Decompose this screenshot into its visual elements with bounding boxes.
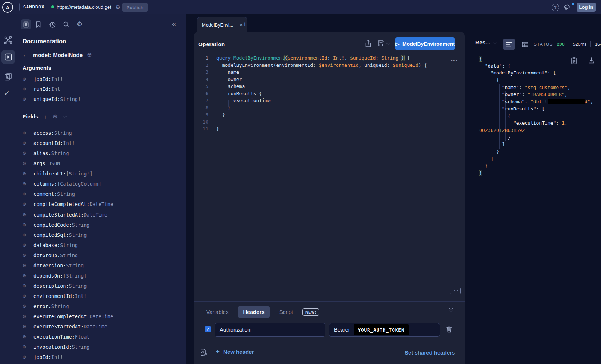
- field-row[interactable]: ⊕database: String: [23, 240, 113, 250]
- breadcrumb-type[interactable]: ModelNode: [53, 52, 83, 58]
- share-icon[interactable]: [365, 39, 372, 48]
- add-field-icon[interactable]: ⊕: [87, 52, 92, 58]
- add-field-icon[interactable]: ⊕: [23, 150, 33, 156]
- search-icon[interactable]: [63, 21, 70, 28]
- add-field-icon[interactable]: ⊕: [23, 334, 33, 340]
- add-field-icon[interactable]: ⊕: [23, 232, 33, 238]
- field-row[interactable]: ⊕dbtVersion: String: [23, 260, 113, 271]
- add-field-icon[interactable]: ⊕: [23, 344, 33, 350]
- add-field-icon[interactable]: ⊕: [23, 130, 33, 136]
- explorer-nav-item[interactable]: [1, 50, 15, 64]
- add-field-icon[interactable]: ⊕: [23, 140, 33, 146]
- add-field-icon[interactable]: ⊕: [23, 191, 33, 197]
- add-field-icon[interactable]: ⊕: [23, 161, 33, 166]
- close-tab-icon[interactable]: ×: [240, 22, 243, 28]
- collapse-bottom-panel-icon[interactable]: [450, 307, 452, 312]
- sort-fields-icon[interactable]: ↓: [44, 113, 47, 120]
- tab-variables[interactable]: Variables: [206, 309, 228, 315]
- field-row[interactable]: ⊕alias: String: [23, 148, 113, 158]
- tab-headers[interactable]: Headers: [238, 306, 269, 318]
- operation-tab[interactable]: ModelByEnvi... ×: [197, 17, 247, 32]
- add-field-icon[interactable]: ⊕: [23, 212, 33, 218]
- endpoint-url[interactable]: https://metadata.cloud.get: [57, 4, 113, 10]
- checks-nav-icon[interactable]: ✓: [4, 89, 10, 97]
- help-icon[interactable]: ?: [552, 4, 559, 11]
- add-field-icon[interactable]: ⊕: [23, 293, 33, 299]
- set-shared-headers-button[interactable]: Set shared headers: [405, 349, 455, 356]
- add-field-icon[interactable]: ⊕: [23, 96, 33, 102]
- changelog-nav-icon[interactable]: [4, 72, 13, 81]
- field-row[interactable]: ⊕args: JSON: [23, 158, 113, 169]
- login-button[interactable]: Log in: [577, 3, 596, 12]
- header-value-input[interactable]: Bearer YOUR_AUTH_TOKEN: [329, 323, 440, 337]
- add-field-icon[interactable]: ⊕: [23, 171, 33, 177]
- save-icon[interactable]: [377, 40, 385, 47]
- argument-row[interactable]: ⊕jobId: Int!: [23, 74, 81, 84]
- add-all-fields-icon[interactable]: ⊕: [53, 114, 57, 120]
- add-field-icon[interactable]: ⊕: [23, 324, 33, 329]
- add-field-icon[interactable]: ⊕: [23, 273, 33, 279]
- field-row[interactable]: ⊕access: String: [23, 128, 113, 138]
- schema-graph-icon[interactable]: [4, 36, 13, 45]
- environment-variables-icon[interactable]: [200, 348, 207, 356]
- field-row[interactable]: ⊕compiledSql: String: [23, 230, 113, 240]
- header-key-input[interactable]: Authorization: [215, 323, 325, 337]
- field-row[interactable]: ⊕columns: [CatalogColumn]: [23, 179, 113, 189]
- new-tab-button[interactable]: +: [243, 20, 247, 28]
- tab-script[interactable]: Script: [279, 309, 293, 315]
- endpoint-url-input[interactable]: https://metadata.cloud.get ⚙: [48, 3, 124, 11]
- add-field-icon[interactable]: ⊕: [23, 314, 33, 319]
- add-field-icon[interactable]: ⊕: [23, 181, 33, 187]
- field-row[interactable]: ⊕jobId: Int!: [23, 352, 113, 362]
- save-options-chevron-icon[interactable]: [387, 42, 390, 45]
- table-view-button[interactable]: [519, 39, 531, 50]
- keyboard-shortcuts-icon[interactable]: [450, 288, 461, 294]
- add-field-icon[interactable]: ⊕: [23, 201, 33, 207]
- field-row[interactable]: ⊕dbtGroup: String: [23, 250, 113, 260]
- add-field-icon[interactable]: ⊕: [23, 86, 33, 92]
- field-row[interactable]: ⊕childrenL1: [String!]: [23, 169, 113, 179]
- connection-settings-gear-icon[interactable]: ⚙: [116, 4, 120, 10]
- field-row[interactable]: ⊕compiledCode: String: [23, 220, 113, 230]
- apollo-logo-icon[interactable]: A: [2, 2, 13, 13]
- field-row[interactable]: ⊕accountId: Int!: [23, 138, 113, 148]
- back-arrow-icon[interactable]: ←: [23, 51, 29, 58]
- announcements-icon[interactable]: [564, 3, 572, 11]
- add-field-icon[interactable]: ⊕: [23, 263, 33, 268]
- operation-more-menu[interactable]: •••: [451, 57, 458, 63]
- field-row[interactable]: ⊕executionTime: Float: [23, 332, 113, 342]
- settings-gear-icon[interactable]: ⚙: [77, 21, 83, 27]
- add-field-icon[interactable]: ⊕: [23, 252, 33, 258]
- response-selector[interactable]: Res...: [475, 39, 496, 46]
- field-row[interactable]: ⊕dependsOn: [String]: [23, 271, 113, 281]
- field-row[interactable]: ⊕executeCompletedAt: DateTime: [23, 311, 113, 321]
- query-editor[interactable]: 1query ModelByEnvironment($environmentId…: [194, 54, 448, 133]
- add-field-icon[interactable]: ⊕: [23, 76, 33, 82]
- bookmarks-icon[interactable]: [35, 21, 41, 28]
- add-field-icon[interactable]: ⊕: [23, 242, 33, 248]
- docs-tab-icon[interactable]: [21, 19, 31, 29]
- field-row[interactable]: ⊕compileStartedAt: DateTime: [23, 210, 113, 220]
- add-field-icon[interactable]: ⊕: [23, 222, 33, 228]
- field-row[interactable]: ⊕comment: String: [23, 189, 113, 199]
- add-field-icon[interactable]: ⊕: [23, 354, 33, 360]
- auth-token-redacted[interactable]: YOUR_AUTH_TOKEN: [354, 324, 409, 335]
- new-header-button[interactable]: + New header: [216, 348, 254, 356]
- format-response-button[interactable]: [503, 39, 515, 50]
- header-enabled-checkbox[interactable]: ✓: [205, 326, 211, 332]
- field-row[interactable]: ⊕description: String: [23, 281, 113, 291]
- field-row[interactable]: ⊕environmentId: Int!: [23, 291, 113, 301]
- history-icon[interactable]: [49, 21, 56, 28]
- fields-options-chevron-icon[interactable]: [63, 115, 67, 118]
- field-row[interactable]: ⊕executeStartedAt: DateTime: [23, 321, 113, 332]
- argument-row[interactable]: ⊕uniqueId: String!: [23, 94, 81, 104]
- add-field-icon[interactable]: ⊕: [23, 283, 33, 289]
- field-row[interactable]: ⊕compileCompletedAt: DateTime: [23, 199, 113, 209]
- argument-row[interactable]: ⊕runId: Int: [23, 84, 81, 94]
- publish-button[interactable]: Publish: [122, 3, 148, 12]
- run-operation-button[interactable]: ▷ ModelByEnvironment: [395, 37, 455, 50]
- delete-header-icon[interactable]: [446, 325, 453, 333]
- field-row[interactable]: ⊕error: String: [23, 301, 113, 311]
- field-row[interactable]: ⊕invocationId: String: [23, 342, 113, 352]
- add-field-icon[interactable]: ⊕: [23, 303, 33, 309]
